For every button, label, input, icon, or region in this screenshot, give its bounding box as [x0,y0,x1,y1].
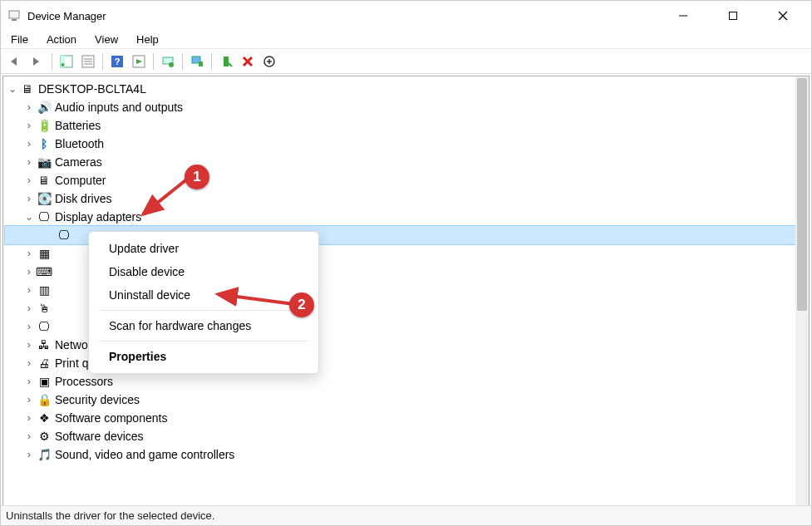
help-button[interactable]: ? [107,52,127,71]
ctx-uninstall-device[interactable]: Uninstall device [89,283,318,307]
twisty-icon[interactable] [23,336,35,355]
tree-node-label: Display adapters [55,208,141,226]
camera-icon: 📷 [37,155,52,170]
twisty-icon[interactable] [23,317,35,337]
twisty-icon[interactable] [23,281,35,300]
scan-changes-button[interactable] [259,52,279,71]
tree-node-label: Cameras [55,153,102,171]
svg-rect-20 [224,57,229,66]
twisty-icon[interactable] [23,116,35,135]
twisty-icon[interactable] [23,427,35,446]
audio-icon: 🔊 [37,100,52,115]
twisty-icon[interactable] [23,171,35,190]
hid-icon: ⌨ [37,264,52,279]
display-icon: 🖵 [57,228,71,243]
twisty-icon[interactable] [23,391,35,410]
tree-node-audio-inputs-and-outputs[interactable]: 🔊Audio inputs and outputs [5,98,807,116]
monitor-icon: 🖵 [37,319,52,334]
twisty-icon[interactable] [23,299,35,318]
tree-node-display-adapters[interactable]: 🖵Display adapters [5,208,807,226]
close-button[interactable] [768,4,798,27]
twisty-icon[interactable] [23,354,35,373]
ctx-scan-hardware[interactable]: Scan for hardware changes [89,314,318,337]
tree-node-label: Batteries [55,116,101,135]
sound-icon: 🎵 [37,447,52,462]
cpu-icon: ▣ [37,374,52,389]
twisty-icon[interactable] [23,263,35,282]
tree-node-label: DESKTOP-BCLTA4L [38,80,146,98]
minimize-button[interactable] [668,4,698,27]
status-text: Uninstalls the driver for the selected d… [6,509,214,522]
tree-node-security-devices[interactable]: 🔒Security devices [5,391,807,409]
network-icon: 🖧 [37,337,52,352]
computer-icon: 🖥 [20,81,35,96]
toolbar-separator [52,53,52,70]
menu-view[interactable]: View [91,32,121,47]
swdev-icon: ⚙ [37,429,52,444]
twisty-icon[interactable] [23,409,35,428]
back-button[interactable] [6,52,26,71]
action-button[interactable] [129,52,149,71]
properties-button[interactable] [78,52,98,71]
svg-point-17 [169,62,174,67]
annotation-callout-1: 1 [185,165,209,189]
statusbar: Uninstalls the driver for the selected d… [1,505,811,525]
ctx-disable-device[interactable]: Disable device [89,260,318,283]
tree-node-computer[interactable]: 🖥Computer [5,171,807,189]
toolbar-separator [102,53,103,70]
window-controls [668,4,805,27]
enable-device-button[interactable] [216,52,236,71]
mouse-icon: 🖱 [37,301,52,316]
security-icon: 🔒 [37,392,52,407]
twisty-icon[interactable] [23,135,35,154]
tree-node-software-components[interactable]: ❖Software components [5,409,807,427]
show-hide-tree-button[interactable] [57,52,76,71]
twisty-icon[interactable] [23,208,35,227]
tree-node-processors[interactable]: ▣Processors [5,372,807,391]
tree-node-label: Software devices [55,427,144,445]
toolbar-separator [182,53,183,70]
tree-node-batteries[interactable]: 🔋Batteries [5,116,807,135]
tree-node-label: Software components [55,409,167,427]
twisty-icon[interactable] [23,153,35,172]
tree-node-label: Processors [55,372,113,391]
scrollbar-thumb[interactable] [797,78,807,311]
swcomp-icon: ❖ [37,410,52,425]
bluetooth-icon: ᛒ [37,136,52,151]
tree-node-label: Bluetooth [55,135,104,153]
disk-icon: 💽 [37,191,52,206]
twisty-icon[interactable] [23,98,35,117]
ctx-separator [99,310,308,311]
toolbar-separator [153,53,154,70]
uninstall-device-button[interactable] [238,52,258,71]
twisty-icon[interactable] [23,372,35,391]
tree-node-root[interactable]: 🖥DESKTOP-BCLTA4L [5,80,807,98]
menu-action[interactable]: Action [43,32,80,47]
vertical-scrollbar[interactable] [795,76,809,508]
menu-file[interactable]: File [7,32,32,47]
window-title: Device Manager [27,10,106,22]
twisty-icon[interactable] [23,189,35,209]
svg-rect-19 [199,61,203,66]
tree-node-software-devices[interactable]: ⚙Software devices [5,427,807,445]
tree-node-cameras[interactable]: 📷Cameras [5,153,807,171]
twisty-icon[interactable] [23,445,35,465]
twisty-icon[interactable] [7,80,18,99]
ctx-properties[interactable]: Properties [89,345,318,368]
menu-help[interactable]: Help [133,32,162,47]
annotation-callout-2: 2 [289,292,314,317]
ctx-update-driver[interactable]: Update driver [89,237,318,260]
update-driver-button[interactable] [158,52,178,71]
forward-button[interactable] [27,52,47,71]
twisty-icon[interactable] [23,244,35,263]
tree-node-disk-drives[interactable]: 💽Disk drives [5,189,807,208]
context-menu: Update driver Disable device Uninstall d… [88,231,319,374]
tree-node-label: Disk drives [55,189,111,208]
tree-node-label: Sound, video and game controllers [55,445,234,464]
maximize-button[interactable] [718,4,748,27]
tree-node-bluetooth[interactable]: ᛒBluetooth [5,135,807,153]
battery-icon: 🔋 [37,118,52,133]
tree-node-sound-video-and-game-controllers[interactable]: 🎵Sound, video and game controllers [5,445,807,464]
scan-hardware-button[interactable] [187,52,207,71]
toolbar: ? [1,49,811,74]
